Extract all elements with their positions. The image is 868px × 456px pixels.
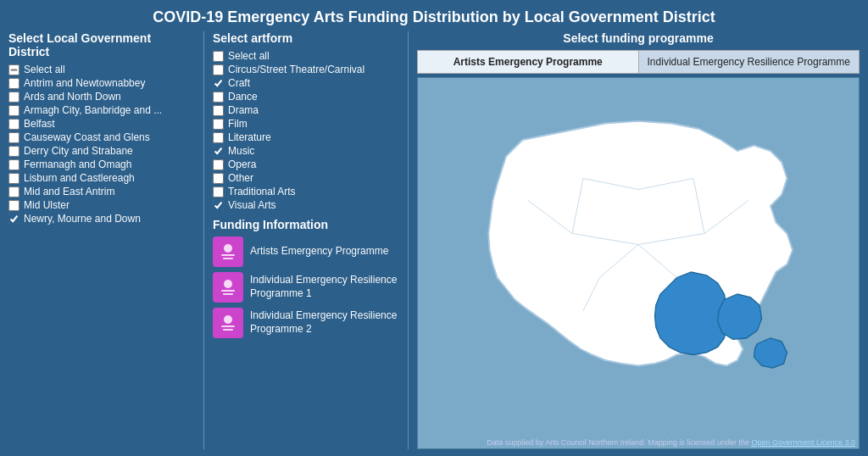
district-item-8[interactable]: Lisburn and Castlereagh	[8, 172, 195, 184]
district-checkbox-4[interactable]	[8, 119, 19, 130]
artform-checkbox-8[interactable]	[213, 159, 224, 170]
svg-rect-6	[221, 290, 235, 292]
district-label-10: Mid Ulster	[24, 199, 70, 211]
funding-items: Artists Emergency Programme Individual E…	[213, 236, 399, 338]
artform-label-8: Opera	[228, 158, 256, 170]
artform-item-5[interactable]: Film	[213, 118, 399, 130]
map-area: Data supplied by Arts Council Northern I…	[417, 77, 860, 449]
district-checkbox-2[interactable]	[8, 92, 19, 103]
district-checkbox-1[interactable]	[8, 78, 19, 89]
funding-tabs: Artists Emergency ProgrammeIndividual Em…	[417, 50, 860, 74]
left-column: Select Local Government District Select …	[8, 31, 195, 449]
district-label-1: Antrim and Newtownabbey	[24, 77, 145, 89]
district-item-7[interactable]: Fermanagh and Omagh	[8, 158, 195, 170]
artform-item-3[interactable]: Dance	[213, 91, 399, 103]
artform-checkbox-9[interactable]	[213, 173, 224, 184]
artform-label-11: Visual Arts	[228, 199, 275, 211]
svg-rect-7	[223, 293, 233, 295]
funding-icon-0	[213, 236, 243, 267]
licence-link[interactable]: Open Government Licence 3.0	[751, 438, 855, 447]
svg-rect-3	[223, 258, 233, 259]
artform-item-0[interactable]: Select all	[213, 50, 399, 62]
artform-item-2[interactable]: Craft	[213, 77, 399, 89]
artform-checkbox-6[interactable]	[213, 132, 224, 143]
district-item-3[interactable]: Armagh City, Banbridge and ...	[8, 104, 195, 116]
funding-label-0: Artists Emergency Programme	[250, 245, 388, 259]
district-checkbox-10[interactable]	[8, 200, 19, 211]
district-item-6[interactable]: Derry City and Strabane	[8, 145, 195, 157]
artform-checkbox-0[interactable]	[213, 51, 224, 62]
artform-label-9: Other	[228, 172, 253, 184]
district-label-3: Armagh City, Banbridge and ...	[24, 104, 162, 116]
artform-label-7: Music	[228, 145, 254, 157]
district-checkbox-7[interactable]	[8, 159, 19, 170]
district-checkbox-9[interactable]	[8, 186, 19, 197]
right-column: Select funding programme Artists Emergen…	[417, 31, 860, 449]
main-title: COVID-19 Emergency Arts Funding Distribu…	[0, 0, 868, 31]
artform-checkbox-7[interactable]	[213, 146, 224, 157]
ni-map-svg	[418, 78, 859, 433]
artform-list: Select allCircus/Street Theatre/Carnival…	[213, 50, 399, 211]
funding-icon-2	[213, 308, 243, 338]
district-item-5[interactable]: Causeway Coast and Glens	[8, 131, 195, 143]
district-checkbox-6[interactable]	[8, 146, 19, 157]
artform-item-10[interactable]: Traditional Arts	[213, 186, 399, 197]
district-label-5: Causeway Coast and Glens	[24, 131, 150, 143]
artform-item-6[interactable]: Literature	[213, 131, 399, 143]
district-checkbox-8[interactable]	[8, 173, 19, 184]
artform-item-8[interactable]: Opera	[213, 158, 399, 170]
district-checkbox-11[interactable]	[8, 214, 19, 225]
district-item-4[interactable]: Belfast	[8, 118, 195, 130]
artform-label-3: Dance	[228, 91, 258, 103]
artform-checkbox-5[interactable]	[213, 119, 224, 130]
artform-checkbox-1[interactable]	[213, 64, 224, 75]
district-label-2: Ards and North Down	[24, 91, 121, 103]
svg-rect-11	[223, 329, 233, 331]
district-label-9: Mid and East Antrim	[24, 186, 114, 197]
artform-label-0: Select all	[228, 50, 270, 62]
mid-column: Select artform Select allCircus/Street T…	[213, 31, 399, 449]
artform-label-5: Film	[228, 118, 248, 130]
funding-tab-1[interactable]: Individual Emergency Resilience Programm…	[639, 51, 860, 73]
district-list: Select allAntrim and NewtownabbeyArds an…	[8, 64, 195, 225]
artform-item-7[interactable]: Music	[213, 145, 399, 157]
svg-point-5	[224, 280, 232, 288]
district-checkbox-0[interactable]	[8, 64, 19, 75]
artform-item-4[interactable]: Drama	[213, 104, 399, 116]
artform-checkbox-2[interactable]	[213, 78, 224, 89]
artform-heading: Select artform	[213, 31, 399, 45]
district-label-7: Fermanagh and Omagh	[24, 158, 131, 170]
artform-checkbox-3[interactable]	[213, 92, 224, 103]
funding-info-item-2: Individual Emergency Resilience Programm…	[213, 308, 399, 338]
district-item-10[interactable]: Mid Ulster	[8, 199, 195, 211]
svg-point-1	[224, 244, 232, 253]
artform-item-1[interactable]: Circus/Street Theatre/Carnival	[213, 64, 399, 75]
funding-tab-0[interactable]: Artists Emergency Programme	[418, 51, 639, 73]
artform-checkbox-10[interactable]	[213, 186, 224, 197]
artform-checkbox-11[interactable]	[213, 200, 224, 211]
district-label-6: Derry City and Strabane	[24, 145, 133, 157]
district-item-0[interactable]: Select all	[8, 64, 195, 75]
district-label-11: Newry, Mourne and Down	[24, 213, 141, 225]
svg-rect-2	[221, 254, 235, 256]
artform-label-1: Circus/Street Theatre/Carnival	[228, 64, 364, 75]
svg-rect-10	[221, 325, 235, 327]
district-heading: Select Local Government District	[8, 31, 195, 58]
funding-icon-1	[213, 272, 243, 303]
artform-checkbox-4[interactable]	[213, 105, 224, 116]
district-checkbox-5[interactable]	[8, 132, 19, 143]
artform-item-11[interactable]: Visual Arts	[213, 199, 399, 211]
svg-point-9	[224, 315, 232, 324]
district-item-11[interactable]: Newry, Mourne and Down	[8, 213, 195, 225]
funding-label-2: Individual Emergency Resilience Programm…	[250, 309, 399, 336]
artform-item-9[interactable]: Other	[213, 172, 399, 184]
funding-prog-heading: Select funding programme	[417, 31, 860, 45]
district-checkbox-3[interactable]	[8, 105, 19, 116]
district-item-2[interactable]: Ards and North Down	[8, 91, 195, 103]
artform-label-4: Drama	[228, 104, 259, 116]
district-item-9[interactable]: Mid and East Antrim	[8, 186, 195, 197]
artform-label-6: Literature	[228, 131, 271, 143]
district-label-0: Select all	[24, 64, 65, 75]
district-item-1[interactable]: Antrim and Newtownabbey	[8, 77, 195, 89]
funding-label-1: Individual Emergency Resilience Programm…	[250, 274, 399, 300]
